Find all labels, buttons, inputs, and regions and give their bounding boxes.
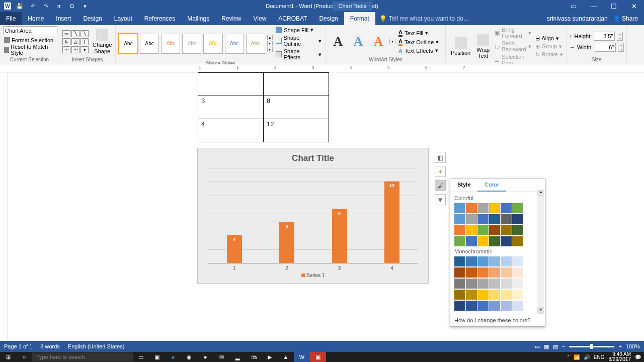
shape-gallery[interactable]: ▭ ╲ ╲ ↳ △ { ⋯ ⋯ ▾ — [62, 30, 89, 53]
action-center-icon[interactable]: 💬 — [635, 354, 641, 360]
color-scheme-option[interactable] — [454, 236, 541, 246]
shape-effects-button[interactable]: Shape Effects ▾ — [275, 48, 323, 61]
shape-style-3[interactable]: Abc — [161, 34, 180, 54]
page-indicator[interactable]: Page 1 of 1 — [4, 343, 32, 349]
color-scheme-option[interactable] — [454, 256, 541, 266]
taskbar-edge-icon[interactable]: e — [165, 352, 181, 362]
tab-mailings[interactable]: Mailings — [181, 12, 215, 25]
read-mode-icon[interactable]: ▭ — [535, 343, 540, 350]
shape-connector-icon[interactable]: ↳ — [62, 38, 70, 45]
print-layout-icon[interactable]: ▦ — [544, 343, 549, 350]
cortana-icon[interactable]: ○ — [16, 352, 32, 362]
shape-style-6[interactable]: Abc — [225, 34, 244, 54]
start-button[interactable]: ⊞ — [0, 352, 16, 362]
language-indicator[interactable]: English (United States) — [68, 343, 125, 349]
taskbar-app[interactable]: ▣ — [149, 352, 165, 362]
scroll-up-icon[interactable]: ▴ — [537, 190, 544, 197]
taskbar-chrome-icon[interactable]: ◉ — [181, 352, 197, 362]
position-button[interactable]: Position — [449, 36, 472, 57]
tab-acrobat[interactable]: ACROBAT — [272, 12, 313, 25]
embedded-chart[interactable]: Chart Title 4 6 8 12 1 2 3 — [197, 148, 429, 284]
table-cell[interactable]: 12 — [264, 119, 329, 142]
style-gallery-down-icon[interactable]: ▾ — [267, 41, 273, 46]
change-colors-link[interactable]: How do I change these colors? — [450, 314, 545, 326]
save-icon[interactable]: 💾 — [15, 2, 24, 11]
tab-view[interactable]: View — [248, 12, 273, 25]
undo-icon[interactable]: ↶ — [28, 2, 37, 11]
tray-language[interactable]: ENG — [594, 354, 605, 360]
user-name[interactable]: srinivasa sundararajan — [547, 15, 608, 22]
shape-rect-icon[interactable]: ▭ — [62, 30, 70, 37]
maximize-icon[interactable]: ☐ — [604, 0, 624, 12]
data-table[interactable]: 38 412 — [198, 72, 329, 142]
redo-icon[interactable]: ↷ — [41, 2, 50, 11]
color-scheme-option[interactable] — [454, 203, 541, 213]
shape-more-icon[interactable]: ⋯ — [62, 46, 70, 53]
style-gallery-more-icon[interactable]: ▾ — [267, 47, 273, 52]
shape-style-4[interactable]: Abc — [182, 34, 201, 54]
zoom-out-icon[interactable]: − — [562, 343, 565, 349]
tab-layout[interactable]: Layout — [108, 12, 138, 25]
zoom-in-icon[interactable]: + — [618, 343, 621, 349]
height-spinner[interactable]: ▴▾ — [617, 32, 623, 41]
table-cell[interactable]: 8 — [264, 96, 329, 119]
word-count[interactable]: 8 words — [40, 343, 60, 349]
panel-tab-style[interactable]: Style — [450, 178, 477, 192]
shape-arrow-icon[interactable]: △ — [71, 38, 79, 45]
ribbon-options-icon[interactable]: ▭ — [564, 0, 584, 12]
tab-file[interactable]: File — [0, 12, 22, 25]
document-area[interactable]: 38 412 Chart Title 4 6 8 1 — [0, 72, 644, 341]
tray-wifi-icon[interactable]: 📶 — [574, 354, 580, 360]
send-backward-button[interactable]: ▢Send Backward ▾ — [494, 40, 532, 53]
tell-me-search[interactable]: 💡 Tell me what you want to do... — [375, 12, 547, 25]
taskbar-word-icon[interactable]: W — [294, 352, 310, 362]
wordart-gallery-more-icon[interactable]: ▾ — [389, 39, 395, 44]
taskbar-search[interactable]: Type here to search — [32, 352, 133, 361]
taskbar-mail-icon[interactable]: ✉ — [213, 352, 229, 362]
color-scheme-option[interactable] — [454, 214, 541, 224]
close-icon[interactable]: ✕ — [624, 0, 644, 12]
qat-customize-icon[interactable]: ▾ — [80, 2, 90, 11]
shape-line-icon[interactable]: ╲ — [71, 30, 79, 37]
chart-element-selector[interactable] — [3, 26, 57, 35]
style-gallery-up-icon[interactable]: ▴ — [267, 35, 273, 40]
horizontal-ruler[interactable]: 1 1 2 3 4 5 6 7 — [0, 64, 644, 72]
web-layout-icon[interactable]: ▤ — [553, 343, 558, 350]
text-fill-button[interactable]: AText Fill ▾ — [397, 29, 440, 37]
text-outline-button[interactable]: AText Outline ▾ — [397, 38, 440, 46]
tab-home[interactable]: Home — [22, 12, 50, 25]
color-scheme-option[interactable] — [454, 267, 541, 278]
wordart-style-2[interactable]: A — [349, 33, 367, 51]
taskbar-store-icon[interactable]: 🛍 — [246, 352, 262, 362]
color-scheme-option[interactable] — [454, 225, 541, 235]
reset-style-button[interactable]: Reset to Match Style — [3, 45, 56, 54]
shape-style-5[interactable]: Abc — [203, 34, 222, 54]
taskbar-app[interactable]: ● — [197, 352, 213, 362]
tab-review[interactable]: Review — [215, 12, 247, 25]
shape-style-7[interactable]: Abc — [246, 34, 265, 54]
shape-line2-icon[interactable]: ╲ — [80, 30, 89, 37]
shape-more2-icon[interactable]: ⋯ — [71, 46, 79, 53]
tab-chart-format[interactable]: Format — [344, 12, 375, 25]
task-view-icon[interactable]: ▭ — [133, 352, 149, 362]
panel-tab-color[interactable]: Color — [477, 178, 506, 192]
qat-omega-icon[interactable]: Ω — [67, 2, 76, 11]
width-input[interactable] — [595, 43, 616, 52]
tray-volume-icon[interactable]: 🔊 — [584, 354, 590, 360]
table-cell[interactable]: 3 — [198, 96, 264, 119]
table-cell[interactable]: 4 — [198, 119, 264, 142]
shape-style-2[interactable]: Abc — [140, 34, 159, 54]
share-button[interactable]: 👤 Share — [613, 15, 638, 22]
shape-style-1[interactable]: Abc — [119, 34, 138, 54]
shape-fill-button[interactable]: Shape Fill ▾ — [275, 26, 323, 34]
taskbar-app[interactable]: ▶ — [262, 352, 278, 362]
zoom-level[interactable]: 100% — [626, 343, 640, 349]
chart-styles-button[interactable]: 🖌 — [435, 180, 446, 191]
zoom-slider[interactable] — [569, 346, 614, 347]
scroll-down-icon[interactable]: ▾ — [537, 307, 544, 314]
taskbar-app[interactable]: ▣ — [310, 352, 326, 362]
taskbar-app[interactable]: ▲ — [278, 352, 294, 362]
change-shape-button[interactable]: Change Shape — [91, 28, 114, 55]
width-spinner[interactable]: ▴▾ — [618, 43, 624, 52]
tab-references[interactable]: References — [138, 12, 181, 25]
